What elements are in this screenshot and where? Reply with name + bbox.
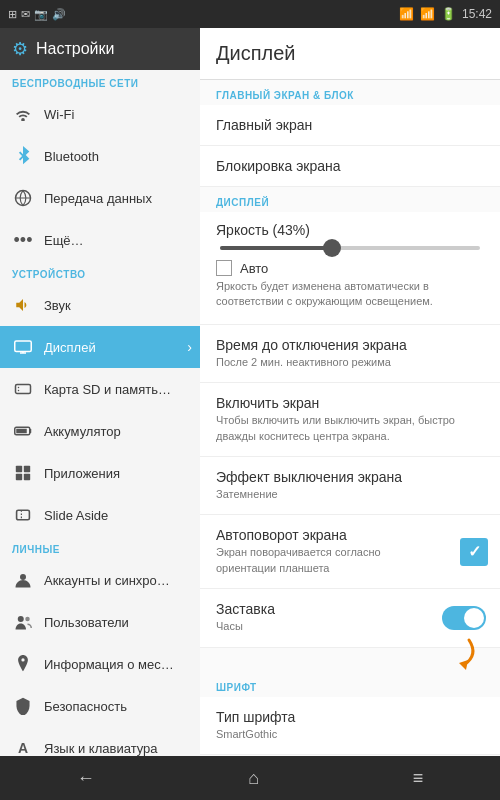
bluetooth-status-icon: 📶	[399, 7, 414, 21]
toggle-knob	[464, 608, 484, 628]
section-label-device: УСТРОЙСТВО	[0, 261, 200, 284]
sidebar-item-slideaside[interactable]: Slide Aside	[0, 494, 200, 536]
location-icon	[12, 653, 34, 675]
bluetooth-icon	[12, 145, 34, 167]
screensaver-subtitle: Часы	[216, 619, 430, 634]
svg-rect-1	[15, 341, 32, 352]
clock: 15:42	[462, 7, 492, 21]
content-header: Дисплей	[200, 28, 500, 80]
section-label-home: ГЛАВНЫЙ ЭКРАН & БЛОК	[200, 80, 500, 105]
slideaside-label: Slide Aside	[44, 508, 108, 523]
sidebar-item-location[interactable]: Информация о мес…	[0, 643, 200, 685]
sidebar-item-bluetooth[interactable]: Bluetooth	[0, 135, 200, 177]
accounts-label: Аккаунты и синхро…	[44, 573, 170, 588]
brightness-title: Яркость (43%)	[216, 222, 484, 238]
status-icons-left: ⊞ ✉ 📷 🔊	[8, 8, 66, 21]
section-label-wireless: БЕСПРОВОДНЫЕ СЕТИ	[0, 70, 200, 93]
screensaver-title: Заставка	[216, 601, 430, 617]
sound-icon	[12, 294, 34, 316]
svg-rect-5	[16, 466, 22, 472]
font-type-title: Тип шрифта	[216, 709, 484, 725]
content-item-turn-on-screen[interactable]: Включить экран Чтобы включить или выключ…	[200, 383, 500, 457]
svg-point-10	[20, 574, 26, 580]
font-type-subtitle: SmartGothic	[216, 727, 484, 742]
screen-timeout-title: Время до отключения экрана	[216, 337, 484, 353]
apps-icon	[12, 462, 34, 484]
screen-off-effect-subtitle: Затемнение	[216, 487, 484, 502]
content-item-screensaver[interactable]: Заставка Часы	[200, 589, 500, 647]
icon-android: ⊞	[8, 8, 17, 21]
auto-brightness-checkbox[interactable]	[216, 260, 232, 276]
section-label-font: ШРИФТ	[200, 672, 500, 697]
autorotate-checkbox[interactable]: ✓	[460, 538, 488, 566]
sidebar-item-display[interactable]: Дисплей ›	[0, 326, 200, 368]
screen-off-effect-title: Эффект выключения экрана	[216, 469, 484, 485]
content-item-font-type[interactable]: Тип шрифта SmartGothic	[200, 697, 500, 755]
home-button[interactable]: ⌂	[228, 760, 279, 797]
section-label-display: ДИСПЛЕЙ	[200, 187, 500, 212]
autorotate-title: Автоповорот экрана	[216, 527, 440, 543]
section-label-personal: ЛИЧНЫЕ	[0, 536, 200, 559]
content-item-lock-screen[interactable]: Блокировка экрана	[200, 146, 500, 187]
content-item-screen-timeout[interactable]: Время до отключения экрана После 2 мин. …	[200, 325, 500, 383]
brightness-slider-thumb[interactable]	[323, 239, 341, 257]
sidebar-item-security[interactable]: Безопасность	[0, 685, 200, 727]
sidebar-item-storage[interactable]: Карта SD и память…	[0, 368, 200, 410]
security-label: Безопасность	[44, 699, 127, 714]
wifi-icon	[12, 103, 34, 125]
content-item-screen-off-effect[interactable]: Эффект выключения экрана Затемнение	[200, 457, 500, 515]
back-button[interactable]: ←	[57, 760, 115, 797]
sidebar-item-battery[interactable]: Аккумулятор	[0, 410, 200, 452]
screensaver-toggle[interactable]	[442, 606, 486, 630]
turn-on-screen-subtitle: Чтобы включить или выключить экран, быст…	[216, 413, 484, 444]
data-label: Передача данных	[44, 191, 152, 206]
battery-label: Аккумулятор	[44, 424, 121, 439]
sidebar-header: ⚙ Настройки	[0, 28, 200, 70]
auto-brightness-label: Авто	[240, 261, 268, 276]
bluetooth-label: Bluetooth	[44, 149, 99, 164]
more-icon: •••	[12, 229, 34, 251]
svg-point-12	[25, 617, 30, 622]
users-icon	[12, 611, 34, 633]
wifi-status-icon: 📶	[420, 7, 435, 21]
sidebar-item-accounts[interactable]: Аккаунты и синхро…	[0, 559, 200, 601]
svg-rect-9	[17, 510, 30, 520]
icon-camera: 📷	[34, 8, 48, 21]
sidebar-item-users[interactable]: Пользователи	[0, 601, 200, 643]
apps-label: Приложения	[44, 466, 120, 481]
svg-point-11	[18, 616, 24, 622]
lock-screen-title: Блокировка экрана	[216, 158, 484, 174]
turn-on-screen-title: Включить экран	[216, 395, 484, 411]
chevron-right-icon: ›	[187, 339, 192, 355]
display-label: Дисплей	[44, 340, 96, 355]
brightness-slider-track[interactable]	[220, 246, 480, 250]
content-item-autorotate[interactable]: Автоповорот экрана Экран поворачивается …	[200, 515, 500, 589]
location-label: Информация о мес…	[44, 657, 174, 672]
sidebar-item-data[interactable]: Передача данных	[0, 177, 200, 219]
brightness-slider-fill	[220, 246, 332, 250]
battery-status-icon: 🔋	[441, 7, 456, 21]
screen-timeout-subtitle: После 2 мин. неактивного режима	[216, 355, 484, 370]
storage-label: Карта SD и память…	[44, 382, 171, 397]
content-title: Дисплей	[216, 42, 296, 64]
sidebar-item-apps[interactable]: Приложения	[0, 452, 200, 494]
svg-rect-4	[16, 429, 27, 434]
icon-email: ✉	[21, 8, 30, 21]
storage-icon	[12, 378, 34, 400]
auto-brightness-row: Авто	[216, 260, 484, 276]
slideaside-icon	[12, 504, 34, 526]
sound-label: Звук	[44, 298, 71, 313]
content-item-home-screen[interactable]: Главный экран	[200, 105, 500, 146]
sidebar-item-more[interactable]: ••• Ещё…	[0, 219, 200, 261]
main-layout: ⚙ Настройки БЕСПРОВОДНЫЕ СЕТИ Wi-Fi Blue…	[0, 28, 500, 800]
sidebar-item-sound[interactable]: Звук	[0, 284, 200, 326]
accounts-icon	[12, 569, 34, 591]
more-label: Ещё…	[44, 233, 84, 248]
status-bar: ⊞ ✉ 📷 🔊 📶 📶 🔋 15:42	[0, 0, 500, 28]
auto-brightness-description: Яркость будет изменена автоматически в с…	[216, 279, 484, 310]
autorotate-check-icon: ✓	[468, 542, 481, 561]
sidebar: ⚙ Настройки БЕСПРОВОДНЫЕ СЕТИ Wi-Fi Blue…	[0, 28, 200, 800]
users-label: Пользователи	[44, 615, 129, 630]
sidebar-item-wifi[interactable]: Wi-Fi	[0, 93, 200, 135]
menu-button[interactable]: ≡	[393, 760, 444, 797]
